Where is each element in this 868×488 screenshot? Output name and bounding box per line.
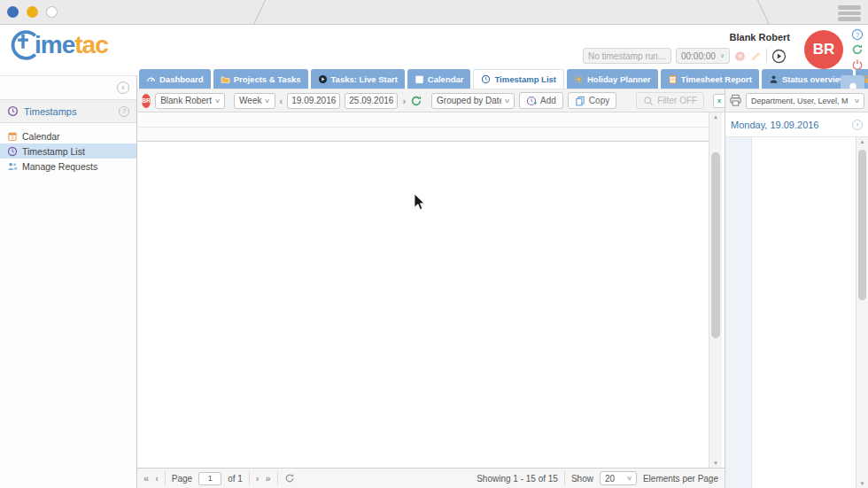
browser-chrome [0,0,868,25]
day-title: Monday, 19.09.2016 [731,120,818,130]
tab-calendar[interactable]: 3Calendar [407,69,471,89]
sidebar-item-calendar[interactable]: 3Calendar [0,128,136,143]
user-select[interactable]: Blank Robert∨ [155,93,225,109]
grid-toolbar: BR Blank Robert∨ Week∨ ‹ 19.09.2016 25.0… [137,89,725,112]
sidebar-item-manage-requests[interactable]: Manage Requests [0,159,136,174]
day-grid [725,137,868,488]
sidebar-collapse-icon[interactable]: ‹ [117,81,129,94]
grid-scrollbar[interactable]: ▲ ▼ [709,112,722,468]
day-scrollbar[interactable]: ▲ ▼ [856,137,868,488]
page-label: Page [172,474,192,484]
sidebar-item-timestamp-list[interactable]: Timestamp List [0,143,136,159]
chevron-down-icon: ∨ [504,97,510,105]
day-calendar-panel: Monday, 19.09.2016 › [725,112,868,488]
next-page-button[interactable]: › [256,473,260,484]
reload-icon[interactable] [410,95,422,107]
browser-tab-edge [757,0,771,27]
sidebar-section-timestamps[interactable]: Timestamps? [0,99,136,123]
tab-bar: DashboardProjects & TasksTasks: Live Sta… [139,69,835,89]
tab-timesheet-report[interactable]: Timesheet Report [661,69,759,89]
pager-bar: « ‹ Page of 1 › » Showing 1 - 15 of 15 S… [137,468,725,488]
showing-status: Showing 1 - 15 of 15 [477,474,558,484]
panel-columns-select[interactable]: Department, User, Level, M∨ [746,93,864,109]
refresh-icon[interactable] [851,43,864,56]
scroll-down-icon[interactable]: ▼ [713,461,718,466]
copy-button[interactable]: Copy [568,92,616,109]
logo-tac-text: tac [74,31,107,59]
browser-tab-edge [252,0,266,27]
logo-time-text: ime [35,31,74,59]
page-size-select[interactable]: 20∨ [600,471,637,485]
window-dot-yellow[interactable] [27,6,38,18]
copy-icon [575,96,585,106]
date-to-input[interactable]: 25.09.2016 [345,93,398,109]
tab-dashboard[interactable]: Dashboard [139,69,211,89]
next-week-button[interactable]: › [402,96,406,106]
timestamp-bar: No timestamp run... 00:00:00∨ [583,47,787,65]
sidebar: ‹ Timestamps? 3CalendarTimestamp ListMan… [0,75,137,488]
add-timestamp-icon [526,96,537,106]
range-select[interactable]: Week∨ [234,93,275,109]
play-icon [318,74,328,84]
scroll-up-icon[interactable]: ▲ [713,114,718,120]
svg-text:?: ? [856,31,859,39]
app-header: ime tac Blank Robert No timestamp run...… [0,25,868,69]
filter-button[interactable]: Filter OFF [636,92,704,109]
clock-icon [481,74,491,84]
first-page-button[interactable]: « [143,473,149,484]
elements-per-page-label: Elements per Page [643,474,718,484]
chevron-down-icon: ∨ [854,97,860,105]
tab-timestamp-list[interactable]: Timestamp List [473,69,564,89]
show-label: Show [571,474,593,484]
header-user-name: Blank Robert [730,32,790,43]
edit-timestamp-icon[interactable] [750,50,762,62]
grouping-select[interactable]: Grouped by Date∨ [431,93,515,109]
start-timestamp-icon[interactable] [771,49,787,64]
user-avatar[interactable]: BR [804,30,843,69]
tab-status-overview[interactable]: Status overview [762,69,853,89]
search-icon [643,96,654,106]
users-icon [7,161,18,172]
tab-holiday-planner[interactable]: Holiday Planner [567,69,658,89]
clock-icon [7,105,19,117]
print-icon[interactable] [729,94,742,107]
help-icon[interactable]: ? [119,106,129,117]
person-icon [769,74,779,84]
date-from-input[interactable]: 19.09.2016 [287,93,340,109]
tab-projects-tasks[interactable]: Projects & Tasks [213,69,308,89]
prev-week-button[interactable]: ‹ [280,96,283,106]
scroll-up-icon[interactable]: ▲ [860,139,865,144]
chevron-down-icon: ∨ [626,475,632,482]
svg-text:3: 3 [11,135,13,140]
panel-toolbar: Department, User, Level, M∨ [725,89,868,112]
page-input[interactable] [198,472,221,485]
last-page-button[interactable]: » [266,473,271,484]
scroll-down-icon[interactable]: ▼ [860,481,865,486]
add-button[interactable]: Add [519,92,563,109]
stop-timestamp-icon[interactable] [734,50,746,62]
menu-hamburger-icon[interactable] [838,4,861,23]
clock-icon [7,146,18,157]
time-gutter [725,137,752,488]
clipboard-icon [668,74,678,84]
no-timestamp-field: No timestamp run... [583,48,671,64]
grid-header-row [137,112,709,128]
calendar-icon: 3 [7,131,18,142]
folder-icon [221,74,230,84]
calendar-icon: 3 [415,74,424,84]
prev-page-button[interactable]: ‹ [155,473,159,484]
grid-filter-row [137,128,709,142]
window-dot-white[interactable] [46,6,58,18]
window-dot-blue[interactable] [7,6,19,18]
help-icon[interactable]: ? [851,28,864,41]
gauge-icon [146,74,156,84]
timestamp-grid [137,112,709,468]
next-day-icon[interactable]: › [852,120,863,130]
chevron-down-icon: ∨ [720,52,725,59]
page-of-label: of 1 [228,474,243,484]
chevron-down-icon: ∨ [214,97,221,105]
timer-dropdown[interactable]: 00:00:00∨ [676,48,730,64]
pager-refresh-icon[interactable] [284,473,295,484]
tab-tasks-live-start[interactable]: Tasks: Live Start [311,69,405,89]
chevron-down-icon: ∨ [264,97,270,105]
